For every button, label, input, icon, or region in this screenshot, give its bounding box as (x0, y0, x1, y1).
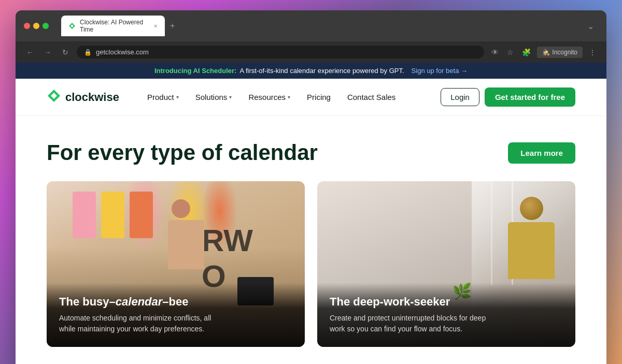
incognito-indicator: 🕵 Incognito (537, 47, 583, 58)
toolbar-actions: 👁 ☆ 🧩 🕵 Incognito ⋮ (489, 46, 598, 59)
bookmark-icon[interactable]: ☆ (505, 46, 516, 59)
solutions-chevron-icon: ▾ (229, 94, 232, 100)
nav-actions: Login Get started for free (441, 88, 575, 107)
forward-button[interactable]: → (41, 46, 54, 59)
url-display: getclockwise.com (96, 48, 149, 56)
hat-icon: 🕵 (542, 49, 550, 56)
logo-link[interactable]: clockwise (47, 89, 119, 106)
address-bar[interactable]: 🔒 getclockwise.com (77, 46, 484, 59)
nav-product-label: Product (147, 93, 174, 101)
nav-item-pricing[interactable]: Pricing (300, 89, 338, 106)
person-writing-figure (508, 197, 555, 279)
card-2-description: Create and protect uninterrupted blocks … (330, 313, 496, 334)
back-button[interactable]: ← (24, 46, 36, 59)
browser-chrome: Clockwise: AI Powered Time ✕ + ⌄ ← → ↻ 🔒… (16, 10, 606, 63)
logo-icon (47, 89, 61, 106)
nav-item-solutions[interactable]: Solutions ▾ (188, 89, 239, 106)
nav-item-product[interactable]: Product ▾ (140, 89, 186, 106)
product-chevron-icon: ▾ (176, 94, 179, 100)
person-head-curly (520, 197, 543, 220)
card-1-description: Automate scheduling and minimize conflic… (59, 313, 225, 334)
resources-chevron-icon: ▾ (288, 94, 290, 100)
browser-window: Clockwise: AI Powered Time ✕ + ⌄ ← → ↻ 🔒… (16, 10, 606, 364)
more-options-icon[interactable]: ⋮ (587, 46, 598, 59)
get-started-button[interactable]: Get started for free (485, 88, 575, 107)
nav-solutions-label: Solutions (195, 93, 228, 101)
maximize-window-button[interactable] (43, 23, 49, 29)
browser-toolbar: ← → ↻ 🔒 getclockwise.com 👁 ☆ 🧩 🕵 Incogni… (16, 41, 606, 63)
window-bar-2 (491, 181, 492, 285)
nav-item-contact[interactable]: Contact Sales (340, 89, 403, 106)
cards-grid: RWO The busy–calendar–bee Automate sched… (47, 181, 575, 347)
section-title: For every type of calendar (47, 141, 318, 165)
announcement-label: Introducing AI Scheduler: (154, 67, 236, 75)
extensions-icon[interactable]: 🧩 (520, 46, 533, 59)
nav-contact-label: Contact Sales (347, 93, 395, 101)
window-controls[interactable]: ⌄ (583, 19, 598, 33)
tab-title: Clockwise: AI Powered Time (80, 19, 147, 33)
card-busy-calendar-bee[interactable]: RWO The busy–calendar–bee Automate sched… (47, 181, 305, 347)
card-deep-work-seeker[interactable]: 🌿 The deep-work-seeker Create and protec… (317, 181, 575, 347)
signup-link-text: Sign up for beta → (412, 67, 468, 75)
person-head (172, 199, 190, 218)
card-overlay-1: The busy–calendar–bee Automate schedulin… (47, 283, 305, 347)
login-button[interactable]: Login (441, 88, 479, 106)
announcement-bar: Introducing AI Scheduler: A first-of-its… (16, 63, 606, 79)
tab-bar: Clockwise: AI Powered Time ✕ + (61, 16, 577, 36)
card-1-title: The busy–calendar–bee (59, 295, 292, 309)
eye-slash-icon[interactable]: 👁 (489, 46, 501, 59)
card-2-title: The deep-work-seeker (330, 295, 563, 309)
pink-rectangle (73, 192, 96, 238)
person-body-yellow (508, 222, 555, 279)
website-content: Introducing AI Scheduler: A first-of-its… (16, 63, 606, 364)
announcement-description: A first-of-its-kind calendar experience … (239, 67, 404, 75)
person-body (168, 220, 204, 269)
signup-link[interactable]: Sign up for beta → (412, 67, 468, 75)
lock-icon: 🔒 (84, 49, 92, 56)
browser-titlebar: Clockwise: AI Powered Time ✕ + ⌄ (16, 10, 606, 41)
logo-text: clockwise (65, 91, 119, 104)
coral-rectangle (130, 192, 153, 238)
nav-links: Product ▾ Solutions ▾ Resources ▾ Pricin… (140, 89, 441, 106)
nav-resources-label: Resources (248, 93, 286, 101)
tab-favicon (68, 22, 76, 30)
color-rectangles (73, 192, 153, 238)
section-header: For every type of calendar Learn more (47, 141, 575, 165)
active-tab[interactable]: Clockwise: AI Powered Time ✕ (61, 16, 165, 36)
tab-close-button[interactable]: ✕ (153, 23, 158, 29)
reload-button[interactable]: ↻ (59, 46, 72, 59)
yellow-rectangle (101, 192, 124, 238)
card-overlay-2: The deep-work-seeker Create and protect … (317, 283, 575, 347)
traffic-lights (24, 23, 49, 29)
navbar: clockwise Product ▾ Solutions ▾ Resource… (16, 79, 606, 116)
new-tab-button[interactable]: + (167, 20, 178, 32)
minimize-window-button[interactable] (33, 23, 39, 29)
nav-item-resources[interactable]: Resources ▾ (241, 89, 298, 106)
learn-more-button[interactable]: Learn more (508, 142, 575, 164)
person-figure (168, 199, 194, 267)
close-window-button[interactable] (24, 23, 30, 29)
main-content: For every type of calendar Learn more RW… (16, 116, 606, 364)
nav-pricing-label: Pricing (307, 93, 331, 101)
